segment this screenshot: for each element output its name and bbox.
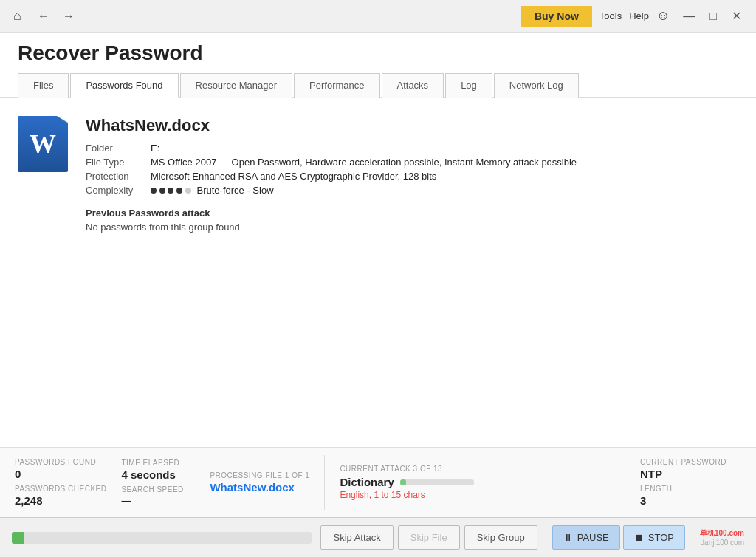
pause-button[interactable]: ⏸ PAUSE — [552, 525, 620, 550]
pause-label: PAUSE — [577, 532, 609, 543]
tab-bar: Files Passwords Found Resource Manager P… — [18, 72, 738, 97]
maximize-button[interactable]: □ — [704, 7, 723, 24]
watermark-line2: danji100.com — [700, 538, 744, 547]
attack-name: Dictionary — [340, 476, 394, 488]
file-icon: W — [18, 116, 71, 175]
filetype-value: MS Office 2007 — Open Password, Hardware… — [151, 157, 577, 168]
nav-buttons: ← → — [33, 8, 79, 24]
search-speed-label: SEARCH SPEED — [121, 485, 195, 493]
minimize-button[interactable]: — — [677, 7, 701, 24]
complexity-label: Complexity — [86, 185, 145, 196]
back-button[interactable]: ← — [33, 8, 54, 24]
tab-resource-manager[interactable]: Resource Manager — [180, 73, 293, 98]
protection-value: Microsoft Enhanced RSA and AES Cryptogra… — [151, 171, 436, 182]
tab-network-log[interactable]: Network Log — [494, 73, 579, 98]
time-elapsed-group: TIME ELAPSED 4 seconds SEARCH SPEED — — [121, 455, 210, 510]
status-bar: PASSWORDS FOUND 0 PASSWORDS CHECKED 2,24… — [0, 447, 756, 517]
processing-label: PROCESSING FILE 1 OF 1 — [210, 471, 309, 479]
passwords-found-label: PASSWORDS FOUND — [15, 458, 106, 466]
tab-files[interactable]: Files — [18, 73, 69, 98]
attack-chars-highlight: 1 to 15 chars — [374, 490, 425, 500]
attack-chars: English, 1 to 15 chars — [340, 490, 473, 500]
app-header: Recover Password Files Passwords Found R… — [0, 33, 756, 98]
file-details: WhatsNew.docx Folder E: File Type MS Off… — [86, 116, 738, 233]
window-controls: — □ ✕ — [677, 7, 747, 24]
word-letter: W — [30, 129, 56, 160]
folder-label: Folder — [86, 143, 145, 154]
titlebar: ⌂ ← → Buy Now Tools Help ☺ — □ ✕ — [0, 0, 756, 33]
current-password-label: CURRENT PASSWORD — [640, 458, 726, 466]
complexity-dots — [151, 185, 191, 196]
stop-button[interactable]: ⏹ STOP — [623, 525, 685, 550]
file-info-section: W WhatsNew.docx Folder E: File Type MS O… — [18, 116, 738, 233]
current-password-value: NTP — [640, 468, 726, 480]
passwords-found-group: PASSWORDS FOUND 0 PASSWORDS CHECKED 2,24… — [15, 455, 121, 510]
forward-button[interactable]: → — [58, 8, 79, 24]
dot-1 — [151, 188, 157, 194]
buy-now-button[interactable]: Buy Now — [521, 6, 592, 27]
close-button[interactable]: ✕ — [726, 7, 747, 24]
time-elapsed-value: 4 seconds — [121, 468, 195, 481]
filetype-row: File Type MS Office 2007 — Open Password… — [86, 157, 738, 168]
tools-button[interactable]: Tools — [599, 10, 622, 21]
dot-3 — [168, 188, 173, 194]
dot-2 — [159, 188, 165, 194]
complexity-text: Brute-force - Slow — [197, 185, 274, 196]
processing-filename: WhatsNew.docx — [210, 481, 309, 493]
pause-icon: ⏸ — [563, 532, 573, 543]
skip-file-button[interactable]: Skip File — [398, 525, 460, 550]
complexity-row: Complexity Brute-force - Slow — [86, 185, 738, 196]
help-button[interactable]: Help — [629, 10, 649, 21]
current-attack-group: CURRENT ATTACK 3 OF 13 Dictionary Englis… — [340, 455, 488, 510]
protection-label: Protection — [86, 171, 145, 182]
progress-track — [12, 532, 312, 544]
home-button[interactable]: ⌂ — [9, 7, 26, 25]
attack-chars-prefix: English, — [340, 490, 371, 500]
titlebar-left: ⌂ ← → — [9, 7, 79, 25]
watermark: 单机100.com danji100.com — [700, 528, 744, 547]
skip-group-button[interactable]: Skip Group — [464, 525, 537, 550]
attack-progress-bar — [400, 479, 474, 485]
prev-attack-message: No passwords from this group found — [86, 222, 738, 233]
passwords-checked-value: 2,248 — [15, 494, 106, 507]
prev-attack-section: Previous Passwords attack No passwords f… — [86, 208, 738, 233]
length-label: LENGTH — [640, 485, 726, 493]
tab-performance[interactable]: Performance — [294, 73, 379, 98]
app-title: Recover Password — [18, 41, 738, 65]
watermark-line1: 单机100.com — [700, 528, 744, 538]
bottom-bar: Skip Attack Skip File Skip Group ⏸ PAUSE… — [0, 517, 756, 557]
search-speed-value: — — [121, 495, 195, 506]
stop-icon: ⏹ — [634, 532, 644, 543]
bottom-buttons: Skip Attack Skip File Skip Group — [320, 525, 537, 550]
processing-group: PROCESSING FILE 1 OF 1 WhatsNew.docx — [210, 455, 325, 510]
attack-info: Dictionary — [340, 476, 473, 488]
prev-attack-title: Previous Passwords attack — [86, 208, 738, 219]
attack-progress-fill — [400, 479, 406, 485]
dot-4 — [176, 188, 182, 194]
stop-label: STOP — [648, 532, 674, 543]
main-content: W WhatsNew.docx Folder E: File Type MS O… — [0, 98, 756, 447]
word-icon-bg: W — [18, 116, 68, 172]
file-name: WhatsNew.docx — [86, 116, 738, 135]
passwords-found-value: 0 — [15, 468, 106, 480]
progress-fill — [12, 532, 24, 544]
folder-row: Folder E: — [86, 143, 738, 154]
action-buttons: ⏸ PAUSE ⏹ STOP — [552, 525, 685, 550]
tab-attacks[interactable]: Attacks — [382, 73, 444, 98]
current-attack-label: CURRENT ATTACK 3 OF 13 — [340, 465, 473, 473]
protection-row: Protection Microsoft Enhanced RSA and AE… — [86, 171, 738, 182]
length-value: 3 — [640, 494, 726, 507]
tab-log[interactable]: Log — [445, 73, 492, 98]
dot-5 — [185, 188, 191, 194]
passwords-checked-label: PASSWORDS CHECKED — [15, 485, 106, 493]
skip-attack-button[interactable]: Skip Attack — [320, 525, 393, 550]
smiley-icon[interactable]: ☺ — [656, 8, 670, 24]
titlebar-right: Buy Now Tools Help ☺ — □ ✕ — [521, 6, 747, 27]
current-password-group: CURRENT PASSWORD NTP LENGTH 3 — [640, 455, 741, 510]
time-elapsed-label: TIME ELAPSED — [121, 459, 195, 467]
filetype-label: File Type — [86, 157, 145, 168]
folder-value: E: — [151, 143, 159, 154]
tab-passwords-found[interactable]: Passwords Found — [70, 73, 178, 98]
